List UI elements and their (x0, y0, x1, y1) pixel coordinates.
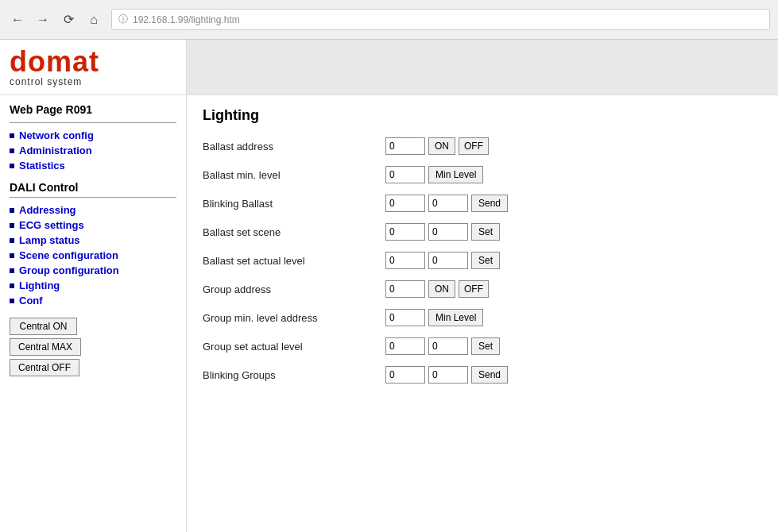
central-off-button[interactable]: Central OFF (10, 359, 79, 376)
sidebar-item-group-configuration[interactable]: Group configuration (10, 263, 176, 278)
input-ballast-actual-level-2[interactable] (428, 252, 468, 269)
central-on-button[interactable]: Central ON (10, 318, 77, 335)
label-ballast-address: Ballast address (203, 141, 385, 152)
bullet-icon (10, 223, 14, 228)
btn-ballast-set-scene[interactable]: Set (471, 223, 500, 241)
input-ballast-min-level[interactable] (385, 166, 425, 183)
btn-group-min-level[interactable]: Min Level (428, 309, 483, 326)
label-group-min-level-address: Group min. level address (203, 312, 385, 324)
input-group-min-level[interactable] (385, 309, 425, 326)
header-right (187, 40, 778, 94)
nav-link-scene-configuration[interactable]: Scene configuration (19, 249, 118, 261)
central-buttons: Central ON Central MAX Central OFF (10, 318, 176, 376)
nav-link-lighting[interactable]: Lighting (19, 279, 60, 291)
address-bar[interactable]: ⓘ 192.168.1.99/lighting.htm (111, 9, 770, 30)
sidebar-item-administration[interactable]: Administration (10, 143, 176, 158)
nav-link-statistics[interactable]: Statistics (19, 160, 65, 172)
input-group-address[interactable] (385, 280, 425, 298)
nav-link-group-configuration[interactable]: Group configuration (19, 264, 119, 276)
row-ballast-min-level: Ballast min. level Min Level (203, 164, 762, 186)
sidebar-nav-2: Addressing ECG settings Lamp status Scen… (10, 202, 176, 308)
btn-ballast-off[interactable]: OFF (459, 137, 489, 155)
label-blinking-ballast: Blinking Ballast (203, 198, 385, 210)
input-blinking-ballast-2[interactable] (428, 195, 468, 212)
inputs-ballast-min-level: Min Level (385, 166, 483, 183)
nav-link-lamp-status[interactable]: Lamp status (19, 234, 80, 246)
bullet-icon (10, 133, 14, 138)
row-ballast-set-actual-level: Ballast set actual level Set (203, 249, 762, 272)
row-group-address: Group address ON OFF (203, 278, 762, 300)
browser-chrome: ← → ⟳ ⌂ ⓘ 192.168.1.99/lighting.htm (0, 0, 778, 40)
forward-button[interactable]: → (33, 10, 52, 29)
bullet-icon (10, 238, 14, 243)
nav-link-network-config[interactable]: Network config (19, 129, 94, 141)
btn-blinking-ballast-send[interactable]: Send (471, 195, 508, 212)
sidebar-item-scene-configuration[interactable]: Scene configuration (10, 248, 176, 263)
sidebar-divider (10, 122, 176, 123)
reload-button[interactable]: ⟳ (59, 10, 78, 29)
security-icon: ⓘ (118, 13, 128, 26)
btn-group-off[interactable]: OFF (459, 280, 489, 298)
sidebar: Web Page R091 Network config Administrat… (0, 95, 187, 532)
inputs-group-address: ON OFF (385, 280, 489, 298)
bullet-icon (10, 148, 14, 153)
back-button[interactable]: ← (8, 10, 27, 29)
sidebar-item-ecg-settings[interactable]: ECG settings (10, 218, 176, 233)
sidebar-item-conf[interactable]: Conf (10, 293, 176, 308)
central-max-button[interactable]: Central MAX (10, 338, 81, 356)
logo-area: domat control system (0, 40, 187, 94)
btn-group-set-actual[interactable]: Set (471, 337, 500, 355)
input-ballast-actual-level-1[interactable] (385, 252, 425, 269)
sidebar-item-addressing[interactable]: Addressing (10, 202, 176, 218)
logo-name: domat (10, 48, 176, 76)
sidebar-item-lighting[interactable]: Lighting (10, 278, 176, 293)
input-ballast-set-scene-2[interactable] (428, 223, 468, 241)
main-layout: Web Page R091 Network config Administrat… (0, 95, 778, 532)
input-ballast-set-scene-1[interactable] (385, 223, 425, 241)
inputs-ballast-set-actual-level: Set (385, 252, 500, 269)
nav-link-addressing[interactable]: Addressing (19, 204, 76, 216)
inputs-blinking-groups: Send (385, 366, 508, 384)
row-blinking-ballast: Blinking Ballast Send (203, 192, 762, 214)
btn-ballast-set-actual[interactable]: Set (471, 252, 500, 269)
bullet-icon (10, 253, 14, 258)
row-blinking-groups: Blinking Groups Send (203, 364, 762, 386)
site-header: domat control system (0, 40, 778, 95)
btn-group-on[interactable]: ON (428, 280, 455, 298)
input-group-set-actual-2[interactable] (428, 337, 468, 355)
row-ballast-address: Ballast address ON OFF (203, 135, 762, 157)
label-ballast-set-scene: Ballast set scene (203, 226, 385, 238)
input-blinking-groups-2[interactable] (428, 366, 468, 384)
inputs-group-min-level-address: Min Level (385, 309, 483, 326)
row-group-set-actual-level: Group set actual level Set (203, 335, 762, 357)
input-ballast-address[interactable] (385, 137, 425, 155)
row-group-min-level-address: Group min. level address Min Level (203, 306, 762, 329)
label-group-address: Group address (203, 283, 385, 295)
input-group-set-actual-1[interactable] (385, 337, 425, 355)
content-title: Lighting (203, 107, 762, 124)
sidebar-item-lamp-status[interactable]: Lamp status (10, 233, 176, 248)
sidebar-item-statistics[interactable]: Statistics (10, 158, 176, 173)
bullet-icon (10, 299, 14, 303)
nav-link-conf[interactable]: Conf (19, 295, 43, 306)
input-blinking-ballast-1[interactable] (385, 195, 425, 212)
btn-min-level[interactable]: Min Level (428, 166, 483, 183)
sidebar-nav-1: Network config Administration Statistics (10, 128, 176, 173)
input-blinking-groups-1[interactable] (385, 366, 425, 384)
content-area: Lighting Ballast address ON OFF Ballast … (187, 95, 778, 532)
home-button[interactable]: ⌂ (84, 10, 103, 29)
inputs-blinking-ballast: Send (385, 195, 508, 212)
bullet-icon (10, 283, 14, 288)
row-ballast-set-scene: Ballast set scene Set (203, 221, 762, 243)
label-ballast-set-actual-level: Ballast set actual level (203, 255, 385, 267)
btn-blinking-groups-send[interactable]: Send (471, 366, 508, 384)
inputs-ballast-set-scene: Set (385, 223, 500, 241)
logo-subtitle: control system (10, 76, 176, 87)
sidebar-item-network-config[interactable]: Network config (10, 128, 176, 143)
inputs-group-set-actual-level: Set (385, 337, 500, 355)
btn-ballast-on[interactable]: ON (428, 137, 455, 155)
nav-link-administration[interactable]: Administration (19, 145, 92, 156)
label-blinking-groups: Blinking Groups (203, 369, 385, 381)
label-group-set-actual-level: Group set actual level (203, 341, 385, 353)
nav-link-ecg-settings[interactable]: ECG settings (19, 219, 84, 231)
